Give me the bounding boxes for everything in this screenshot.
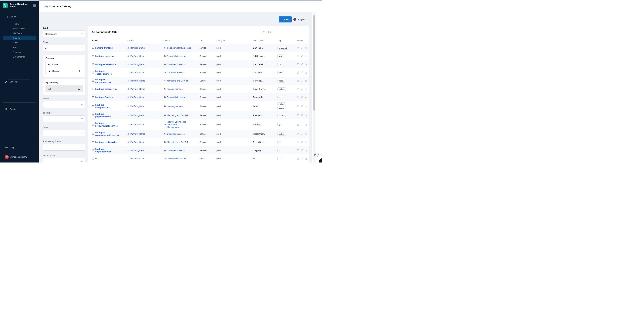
star-icon[interactable] xyxy=(304,79,307,82)
column-header-system[interactable]: System xyxy=(127,39,164,42)
edit-icon[interactable] xyxy=(301,114,303,117)
system-link[interactable]: Platform_Demo xyxy=(130,63,145,66)
sidebar-item-apis[interactable]: APIs xyxy=(3,45,36,50)
star-icon[interactable] xyxy=(304,47,307,49)
type-select[interactable]: all xyxy=(43,45,85,51)
edit-icon[interactable] xyxy=(301,96,303,98)
column-header-description[interactable]: Description xyxy=(253,39,277,42)
edit-icon[interactable] xyxy=(301,157,303,160)
open-in-new-icon[interactable] xyxy=(297,71,299,74)
open-in-new-icon[interactable] xyxy=(297,88,299,90)
column-header-lifecycle[interactable]: Lifecycle xyxy=(216,39,253,42)
system-link[interactable]: Platform_Demo xyxy=(130,149,145,152)
filter-select[interactable] xyxy=(43,115,85,122)
component-name-link[interactable]: boutique-cartservice xyxy=(95,63,116,66)
sidebar-item-help[interactable]: ? Help xyxy=(5,146,14,149)
sidebar-item-self-service[interactable]: Self Service xyxy=(3,26,36,31)
component-name-link[interactable]: boutique-checkoutservice xyxy=(95,70,120,75)
star-icon[interactable] xyxy=(304,149,307,152)
star-icon[interactable] xyxy=(304,55,307,57)
owner-link[interactable]: Customer Success xyxy=(167,71,184,74)
column-header-actions[interactable]: Actions xyxy=(297,39,309,42)
filter-select[interactable] xyxy=(43,158,85,162)
clear-icon[interactable] xyxy=(301,31,304,33)
owner-link[interactable]: Marketing and DevRel xyxy=(167,79,188,82)
owner-link[interactable]: release_manager xyxy=(167,105,183,108)
corner-fab[interactable] xyxy=(319,158,322,162)
edit-icon[interactable] xyxy=(301,71,303,74)
system-link[interactable]: Platform_Demo xyxy=(130,96,145,99)
owner-link[interactable]: Product Engineering and Product Manageme… xyxy=(167,121,187,129)
component-name-link[interactable]: boutique-redisservice xyxy=(95,141,117,144)
sidebar-item-my-team[interactable]: My Team xyxy=(3,31,36,35)
create-button[interactable]: Create xyxy=(279,16,292,22)
filter-starred[interactable]: Starred 2 xyxy=(46,68,83,74)
edit-icon[interactable] xyxy=(301,79,303,82)
owner-link[interactable]: release_manager xyxy=(167,88,183,90)
owner-link[interactable]: diego.pereira@harness.io xyxy=(167,47,191,49)
user-profile[interactable]: HM Himanshu Mishra xyxy=(5,155,27,159)
component-name-link[interactable]: boutique-productcatalogservice xyxy=(95,122,120,127)
star-icon[interactable] xyxy=(304,88,307,90)
component-name-link[interactable]: boutique-shippingservice xyxy=(95,148,120,153)
edit-icon[interactable] xyxy=(301,149,303,152)
column-header-name[interactable]: Name xyxy=(92,39,127,42)
scrollbar-thumb[interactable] xyxy=(314,15,315,111)
filter-select[interactable] xyxy=(43,130,85,136)
edit-icon[interactable] xyxy=(301,63,303,65)
sidebar-item-catalog[interactable]: Catalog xyxy=(3,35,36,40)
filter-select[interactable] xyxy=(43,144,85,151)
star-icon[interactable] xyxy=(304,141,307,144)
star-icon[interactable] xyxy=(304,114,307,117)
sidebar-item-admin[interactable]: Admin xyxy=(5,108,16,110)
table-filter[interactable] xyxy=(262,29,304,35)
edit-icon[interactable] xyxy=(301,55,303,57)
open-in-new-icon[interactable] xyxy=(297,96,299,98)
support-button[interactable]: ? Support xyxy=(293,18,305,21)
star-icon[interactable] xyxy=(304,157,307,160)
system-link[interactable]: Platform_Demo xyxy=(130,133,145,135)
column-header-owner[interactable]: Owner xyxy=(164,39,200,42)
kind-select[interactable]: Component xyxy=(43,30,85,37)
sidebar-item-docs[interactable]: Docs xyxy=(3,40,36,45)
star-icon[interactable] xyxy=(304,123,307,126)
component-name-link[interactable]: boutique-emailservice xyxy=(95,88,118,90)
edit-icon[interactable] xyxy=(301,123,303,126)
owner-link[interactable]: Demo Administrators xyxy=(167,157,186,160)
open-in-new-icon[interactable] xyxy=(297,133,299,135)
owner-link[interactable]: Customer Success xyxy=(167,149,184,152)
table-filter-input[interactable] xyxy=(266,31,300,33)
star-icon[interactable] xyxy=(304,105,307,108)
component-name-link[interactable]: banking-frontend xyxy=(95,47,112,49)
brand[interactable]: Internal Developer Portal xyxy=(3,3,36,8)
open-in-new-icon[interactable] xyxy=(297,123,299,126)
component-name-link[interactable]: boutique-currencyservice xyxy=(95,78,120,83)
open-in-new-icon[interactable] xyxy=(297,63,299,65)
open-in-new-icon[interactable] xyxy=(297,149,299,152)
system-link[interactable]: Banking_Demo xyxy=(130,47,145,49)
sidebar-item-register[interactable]: Register xyxy=(3,50,36,54)
star-icon-filled[interactable] xyxy=(304,96,307,99)
open-in-new-icon[interactable] xyxy=(297,141,299,143)
system-link[interactable]: Platform_Demo xyxy=(130,55,145,57)
chat-bubbles-icon[interactable] xyxy=(314,152,319,157)
component-name-link[interactable]: boutique-paymentservice xyxy=(95,113,120,118)
open-in-new-icon[interactable] xyxy=(297,105,299,107)
edit-icon[interactable] xyxy=(301,133,303,135)
component-name-link[interactable]: b... xyxy=(95,157,98,160)
sidebar-item-devtools[interactable]: DevTools xyxy=(5,80,18,83)
star-icon[interactable] xyxy=(304,63,307,66)
open-in-new-icon[interactable] xyxy=(297,79,299,82)
open-in-new-icon[interactable] xyxy=(297,157,299,160)
system-link[interactable]: Platform_Demo xyxy=(130,105,145,108)
star-icon[interactable] xyxy=(304,133,307,135)
owner-link[interactable]: Customer Success xyxy=(167,63,184,66)
star-icon[interactable] xyxy=(304,71,307,74)
sidebar-item-dora-metrics[interactable]: Dora Metrics xyxy=(3,54,36,59)
edit-icon[interactable] xyxy=(301,105,303,107)
system-link[interactable]: Platform_Demo xyxy=(130,157,145,160)
open-in-new-icon[interactable] xyxy=(297,47,299,49)
column-header-tags[interactable]: Tags xyxy=(277,39,297,42)
filter-all[interactable]: All 83 xyxy=(46,85,83,92)
search-input[interactable] xyxy=(10,15,28,18)
